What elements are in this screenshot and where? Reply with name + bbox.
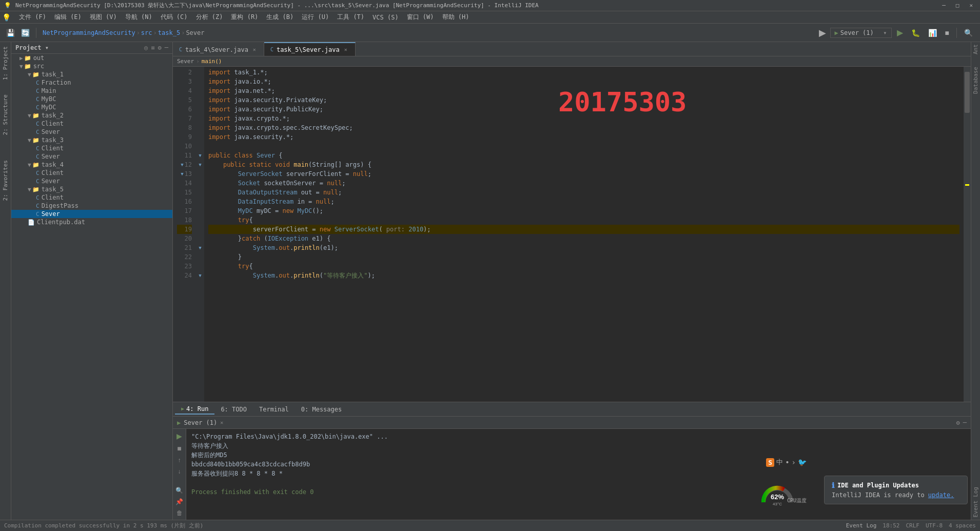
tree-item-src[interactable]: ▼ 📁 src (11, 62, 172, 70)
tree-item-main[interactable]: C Main (11, 87, 172, 95)
event-log-icon[interactable]: Event Log (972, 487, 979, 518)
tree-item-task1[interactable]: ▼ 📁 task_1 (11, 70, 172, 78)
clear-btn[interactable]: 🗑 (175, 508, 184, 518)
menu-navigate[interactable]: 导航 (N) (121, 12, 156, 23)
breadcrumb-src[interactable]: src (141, 29, 152, 36)
menu-edit[interactable]: 编辑 (E) (50, 12, 86, 23)
run-controls: ▶ ■ ↑ ↓ 🔍 📌 🗑 (173, 429, 186, 520)
minimize-panel-icon[interactable]: ─ (165, 44, 168, 51)
code-content[interactable]: 20175303 import task_1.*; import java.io… (204, 67, 964, 402)
coverage-btn[interactable]: 📊 (925, 28, 940, 38)
bottom-tab-todo[interactable]: 6: TODO (214, 405, 253, 414)
database-icon[interactable]: Database (972, 67, 979, 94)
save-btn[interactable]: 💾 (4, 27, 17, 39)
notification-title: ℹ IDE and Plugin Updates (832, 481, 960, 489)
scroll-up-btn[interactable]: ↑ (177, 456, 182, 465)
tab-sever4[interactable]: C task_4\Sever.java ✕ (173, 42, 264, 56)
pin-btn[interactable]: 📌 (174, 497, 184, 506)
menu-tools[interactable]: 工具 (T) (333, 12, 368, 23)
fold-arrow2[interactable]: ▼ (181, 169, 183, 179)
run-panel-close[interactable]: ✕ (220, 420, 223, 425)
run-btn[interactable]: ▶ (894, 27, 906, 38)
tree-item-clientpub[interactable]: 📄 Clientpub.dat (11, 218, 172, 226)
ime-mode[interactable]: 中 (776, 458, 783, 467)
tree-item-digestpass[interactable]: C DigestPass (11, 202, 172, 210)
minimize-btn[interactable]: ─ (939, 2, 949, 9)
menu-file[interactable]: 文件 (F) (15, 12, 50, 23)
tree-item-sever2[interactable]: C Sever (11, 128, 172, 136)
tree-item-task3[interactable]: ▼ 📁 task_3 (11, 136, 172, 144)
menu-refactor[interactable]: 重构 (R) (227, 12, 262, 23)
bottom-tab-terminal[interactable]: Terminal (253, 405, 295, 414)
editor-scrollbar[interactable] (964, 67, 971, 402)
menu-run[interactable]: 运行 (U) (298, 12, 333, 23)
breadcrumb-sever[interactable]: Sever (186, 29, 204, 36)
close-btn[interactable]: ✕ (966, 2, 976, 9)
tree-item-client2[interactable]: C Client (11, 120, 172, 128)
sync-btn[interactable]: 🔄 (19, 27, 32, 39)
settings-run-icon[interactable]: ⚙ (956, 419, 960, 426)
structure-sidebar-icon[interactable]: 2: Structure (2, 94, 9, 135)
minimize-run-icon[interactable]: ─ (963, 419, 967, 426)
tree-item-sever4[interactable]: C Sever (11, 177, 172, 185)
statusbar-line-ending[interactable]: CRLF (906, 522, 919, 529)
expand-all-icon[interactable]: ≡ (151, 44, 154, 51)
stop-btn[interactable]: ■ (942, 28, 952, 38)
stop-run-btn[interactable]: ■ (176, 443, 182, 454)
menu-view[interactable]: 视图 (V) (86, 12, 121, 23)
favorites-sidebar-icon[interactable]: 2: Favorites (2, 160, 9, 201)
class-fold-icon[interactable]: ▼ (199, 153, 201, 158)
project-sidebar-icon[interactable]: 1: Project (2, 46, 9, 80)
filter-btn[interactable]: 🔍 (174, 486, 184, 495)
tree-item-mydc[interactable]: C MyDC (11, 103, 172, 111)
tree-item-task5[interactable]: ▼ 📁 task_5 (11, 185, 172, 193)
menu-window[interactable]: 窗口 (W) (403, 12, 438, 23)
tree-item-client5[interactable]: C Client (11, 193, 172, 202)
menu-code[interactable]: 代码 (C) (156, 12, 192, 23)
bottom-tab-run[interactable]: ▶ 4: Run (175, 404, 214, 415)
tree-item-sever3[interactable]: C Sever (11, 152, 172, 161)
debug-btn[interactable]: 🐛 (908, 28, 923, 38)
maximize-btn[interactable]: □ (953, 2, 963, 9)
tree-item-client4[interactable]: C Client (11, 169, 172, 177)
breadcrumb-project[interactable]: NetProgrammingAndSecurity (43, 29, 135, 36)
run-config-selector[interactable]: ▶ Sever (1) ▾ (830, 28, 892, 38)
bottom-tab-messages[interactable]: 0: Messages (295, 405, 348, 414)
line-num: ▼13 (177, 169, 192, 179)
tab-sever5[interactable]: C task_5\Sever.java ✕ (264, 42, 356, 56)
method-fold-icon[interactable]: ▼ (199, 162, 201, 167)
menu-help[interactable]: 帮助 (H) (438, 12, 474, 23)
notification-link[interactable]: update. (928, 491, 954, 499)
catch-fold-icon[interactable]: ▼ (199, 245, 201, 250)
breadcrumb-main-method[interactable]: main() (202, 58, 222, 65)
run-line-3: 解密后的MD5 (191, 450, 966, 460)
statusbar-encoding[interactable]: UTF-8 (926, 522, 943, 529)
fold-arrow[interactable]: ▼ (181, 160, 183, 169)
tab-close-sever5[interactable]: ✕ (343, 46, 349, 53)
tree-item-task2[interactable]: ▼ 📁 task_2 (11, 111, 172, 120)
tree-item-mybc[interactable]: C MyBC (11, 95, 172, 103)
tree-item-sever5[interactable]: C Sever (11, 210, 172, 218)
settings-icon[interactable]: ⚙ (158, 44, 162, 51)
breadcrumb-sever-class[interactable]: Sever (177, 58, 194, 65)
tree-item-out[interactable]: ▶ 📁 out (11, 54, 172, 62)
ant-layout-icon[interactable]: Ant (972, 44, 979, 54)
scroll-thumb[interactable] (965, 72, 970, 113)
menu-generate[interactable]: 生成 (B) (262, 12, 298, 23)
search-everywhere-btn[interactable]: 🔍 (961, 28, 976, 38)
make-btn[interactable]: ▶ (817, 25, 828, 41)
tree-item-task4[interactable]: ▼ 📁 task_4 (11, 161, 172, 169)
code-line-9: import java.security.*; (208, 132, 959, 142)
breadcrumb-task5[interactable]: task_5 (158, 29, 180, 36)
tab-close-sever4[interactable]: ✕ (251, 46, 258, 53)
tree-item-fraction[interactable]: C Fraction (11, 78, 172, 87)
menu-analyze[interactable]: 分析 (Z) (192, 12, 227, 23)
statusbar-event-log[interactable]: Event Log (846, 522, 877, 529)
statusbar-indent[interactable]: 4 spaces (949, 522, 976, 529)
tree-item-client3[interactable]: C Client (11, 144, 172, 152)
locate-file-icon[interactable]: ◎ (144, 44, 148, 51)
menu-vcs[interactable]: VCS (S) (368, 13, 403, 22)
restart-btn[interactable]: ▶ (175, 431, 183, 441)
try2-fold-icon[interactable]: ▼ (199, 273, 201, 278)
scroll-down-btn[interactable]: ↓ (177, 467, 182, 476)
